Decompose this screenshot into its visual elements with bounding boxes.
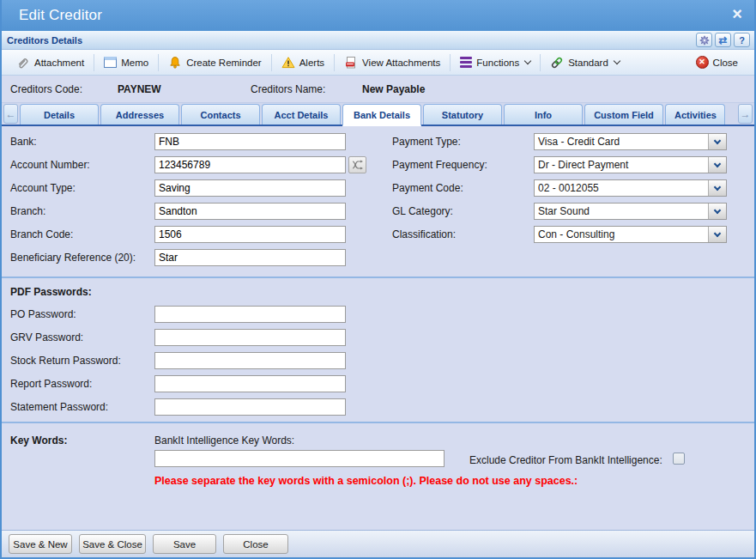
memo-icon (104, 57, 117, 68)
edit-creditor-dialog: Edit Creditor × Creditors Details ⇄ ? (0, 0, 756, 559)
stock-return-password-label: Stock Return Password: (10, 352, 121, 369)
help-icon: ? (739, 35, 745, 46)
payment-frequency-select[interactable]: Dr - Direct Payment (534, 156, 727, 173)
tab-details[interactable]: Details (20, 104, 99, 125)
create-reminder-button[interactable]: Create Reminder (160, 52, 269, 73)
account-type-input[interactable] (154, 179, 346, 197)
bell-icon (168, 56, 182, 70)
tab-scroll-right-icon[interactable]: → (738, 104, 753, 124)
tab-addresses[interactable]: Addresses (100, 104, 179, 125)
bankit-keywords-label: BankIt Intelligence Key Words: (154, 432, 294, 449)
close-button[interactable]: Close (223, 534, 288, 554)
standard-label: Standard (568, 58, 608, 68)
shuffle-icon (352, 160, 364, 170)
tab-contacts[interactable]: Contacts (181, 104, 260, 125)
tab-info[interactable]: Info (504, 104, 583, 125)
branch-code-input[interactable] (154, 226, 346, 243)
gl-category-select[interactable]: Star Sound (534, 203, 727, 220)
refresh-button[interactable]: ⇄ (715, 33, 731, 47)
save-and-close-button[interactable]: Save & Close (79, 534, 146, 554)
title-bar: Edit Creditor × (0, 0, 756, 31)
branch-input[interactable] (154, 203, 346, 220)
settings-button[interactable] (696, 33, 712, 47)
payment-code-select[interactable]: 02 - 0012055 (534, 179, 727, 197)
exclude-creditor-label: Exclude Creditor From BankIt Intelligenc… (469, 452, 662, 469)
grv-password-input[interactable] (154, 329, 346, 346)
bank-input[interactable] (154, 133, 346, 150)
save-button[interactable]: Save (153, 534, 216, 554)
attachment-label: Attachment (34, 58, 84, 68)
beneficiary-reference-input[interactable] (154, 249, 346, 266)
creditors-code-label: Creditors Code: (10, 83, 82, 95)
dropdown-arrow-button (708, 180, 726, 196)
gl-category-value: Star Sound (535, 205, 708, 217)
chevron-down-icon (524, 58, 531, 64)
tab-acct-details[interactable]: Acct Details (262, 104, 341, 125)
footer-bar: Save & New Save & Close Save Close (2, 530, 754, 557)
tab-scroll-left-icon[interactable]: ← (3, 104, 18, 124)
save-and-new-button[interactable]: Save & New (9, 534, 72, 554)
beneficiary-reference-label: Beneficiary Reference (20): (10, 249, 136, 266)
keywords-warning-text: Please separate the key words with a sem… (154, 475, 578, 487)
key-words-heading: Key Words: (10, 432, 67, 449)
toolbar: Attachment Memo Create Reminder (2, 50, 754, 76)
statement-password-label: Statement Password: (10, 398, 108, 416)
close-circle-icon: ✕ (696, 56, 709, 69)
help-button[interactable]: ? (734, 33, 750, 47)
stock-return-password-input[interactable] (154, 352, 346, 369)
panel-title: Creditors Details (2, 35, 82, 46)
po-password-input[interactable] (154, 306, 346, 323)
close-icon[interactable]: × (732, 5, 742, 22)
bankit-keywords-input[interactable] (154, 450, 445, 467)
tab-strip: ← Details Addresses Contacts Acct Detail… (2, 103, 754, 126)
tab-statutory[interactable]: Statutory (423, 104, 502, 125)
functions-label: Functions (476, 58, 519, 68)
account-number-input[interactable] (154, 156, 346, 173)
branch-label: Branch: (10, 203, 45, 220)
account-number-label: Account Number: (10, 156, 90, 173)
tab-bank-details[interactable]: Bank Details (342, 104, 421, 126)
payment-type-label: Payment Type: (392, 133, 461, 150)
tab-custom-field[interactable]: Custom Field (584, 104, 663, 125)
dropdown-arrow-button (708, 134, 726, 149)
memo-label: Memo (121, 58, 148, 68)
payment-code-value: 02 - 0012055 (535, 182, 708, 194)
dropdown-arrow-button (708, 204, 726, 219)
account-number-lookup-button[interactable] (348, 156, 366, 173)
toolbar-divider (94, 54, 94, 71)
view-attachments-label: View Attachments (362, 58, 440, 68)
exclude-creditor-checkbox[interactable] (673, 453, 685, 465)
toolbar-divider (158, 54, 159, 71)
classification-select[interactable]: Con - Consulting (534, 226, 727, 243)
toolbar-close-button[interactable]: ✕ Close (688, 52, 746, 73)
functions-button[interactable]: Functions (452, 52, 538, 73)
chevron-down-icon (614, 58, 620, 64)
payment-code-label: Payment Code: (392, 179, 463, 197)
toolbar-divider (334, 54, 335, 71)
pdf-passwords-heading: PDF Passwords: (10, 283, 92, 301)
refresh-icon: ⇄ (718, 34, 727, 46)
memo-button[interactable]: Memo (96, 52, 156, 73)
warning-icon (281, 56, 295, 70)
classification-label: Classification: (392, 226, 456, 243)
menu-bars-icon (460, 57, 472, 68)
bank-label: Bank: (10, 133, 37, 150)
tab-activities[interactable]: Activities (665, 104, 725, 125)
account-type-label: Account Type: (10, 179, 76, 197)
alerts-button[interactable]: Alerts (274, 52, 332, 73)
chevron-down-icon (714, 137, 721, 143)
attachment-button[interactable]: Attachment (9, 52, 92, 73)
creditor-info-row: Creditors Code: PAYNEW Creditors Name: N… (2, 76, 754, 103)
payment-frequency-label: Payment Frequency: (392, 156, 487, 173)
statement-password-input[interactable] (154, 398, 346, 416)
toolbar-divider (450, 54, 451, 71)
report-password-input[interactable] (154, 375, 346, 392)
dialog-title: Edit Creditor (0, 7, 102, 24)
view-attachments-button[interactable]: View Attachments (336, 52, 448, 73)
creditors-name-label: Creditors Name: (251, 83, 325, 95)
standard-button[interactable]: Standard (542, 52, 627, 73)
paperclip-icon (16, 56, 30, 70)
toolbar-divider (540, 54, 541, 71)
creditors-name-value: New Payable (362, 83, 425, 95)
payment-type-select[interactable]: Visa - Credit Card (534, 133, 727, 150)
